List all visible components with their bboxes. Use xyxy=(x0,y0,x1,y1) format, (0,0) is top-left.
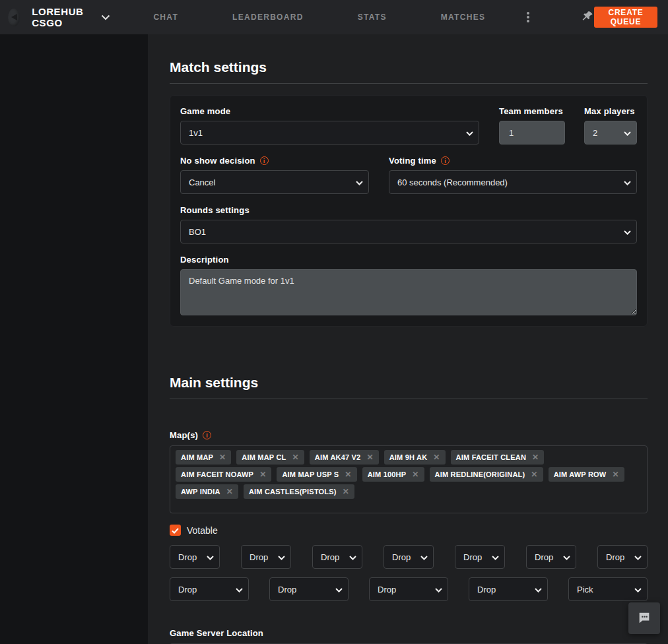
map-tag: AIM FACEIT NOAWP xyxy=(176,467,271,482)
max-players-select[interactable]: 2 xyxy=(584,121,637,145)
vote-action-select[interactable]: Drop xyxy=(170,577,249,601)
votable-row: Votable xyxy=(170,525,648,536)
map-tag: AIM MAP USP S xyxy=(277,467,356,482)
info-icon[interactable] xyxy=(441,156,450,165)
nav-item-matches[interactable]: MATCHES xyxy=(441,6,486,28)
main-settings-title: Main settings xyxy=(170,375,648,391)
nav-item-stats[interactable]: STATS xyxy=(358,6,387,28)
no-show-decision-label-text: No show decision xyxy=(180,156,255,166)
no-show-decision-label: No show decision xyxy=(180,156,369,166)
main-nav: CHAT LEADERBOARD STATS MATCHES xyxy=(126,6,512,28)
rounds-settings-select[interactable]: BO1 xyxy=(180,220,637,243)
game-server-location-label: Game Server Location xyxy=(170,628,648,638)
vote-action-select[interactable]: Drop xyxy=(455,545,505,569)
map-tag: AIM MAP xyxy=(176,450,231,465)
info-icon[interactable] xyxy=(203,431,211,439)
vote-actions-row-1: Drop Drop Drop Drop Drop Drop Drop xyxy=(170,545,648,569)
votable-label: Votable xyxy=(187,525,218,536)
vote-action-select[interactable]: Drop xyxy=(269,577,349,601)
votable-checkbox[interactable] xyxy=(170,525,181,536)
remove-tag-icon[interactable] xyxy=(412,470,418,478)
map-tag-label: AIM 9H AK xyxy=(389,453,428,461)
vote-action-select[interactable]: Drop xyxy=(469,577,548,601)
map-tag-label: AIM FACEIT NOAWP xyxy=(181,470,253,478)
main-content: Match settings Game mode 1v1 xyxy=(148,34,668,644)
divider xyxy=(170,399,648,399)
brand-menu[interactable]: LOREHUB CSGO xyxy=(8,6,110,28)
game-mode-label: Game mode xyxy=(180,106,479,116)
vote-action-select[interactable]: Drop xyxy=(369,577,448,601)
map-tag: AIM 9H AK xyxy=(384,450,446,465)
nav-item-chat[interactable]: CHAT xyxy=(153,6,178,28)
remove-tag-icon[interactable] xyxy=(259,470,266,478)
maps-multiselect[interactable]: AIM MAP AIM MAP CL AIM AK47 V2 AIM 9H AK… xyxy=(170,445,648,513)
pushpin-icon xyxy=(582,10,594,24)
topbar: LOREHUB CSGO CHAT LEADERBOARD STATS MATC… xyxy=(0,0,668,34)
remove-tag-icon[interactable] xyxy=(345,470,351,478)
brand-logo-icon xyxy=(8,9,20,26)
remove-tag-icon[interactable] xyxy=(531,470,537,478)
voting-time-label-text: Voting time xyxy=(389,156,436,166)
pin-button[interactable] xyxy=(582,10,595,24)
game-mode-select[interactable]: 1v1 xyxy=(180,121,479,145)
remove-tag-icon[interactable] xyxy=(343,488,349,496)
map-tag-label: AIM CASTLES(PISTOLS) xyxy=(249,488,337,496)
map-tag: AIM AWP ROW xyxy=(549,467,624,482)
vote-action-select[interactable]: Drop xyxy=(597,545,648,569)
kebab-menu-icon xyxy=(527,11,529,24)
vote-actions-row-2: Drop Drop Drop Drop Pick xyxy=(170,577,648,601)
description-label: Description xyxy=(180,255,637,265)
chat-fab-button[interactable] xyxy=(628,602,660,634)
rounds-settings-label: Rounds settings xyxy=(180,205,637,215)
remove-tag-icon[interactable] xyxy=(612,470,618,478)
remove-tag-icon[interactable] xyxy=(366,453,373,461)
nav-item-leaderboard[interactable]: LEADERBOARD xyxy=(232,6,304,28)
voting-time-label: Voting time xyxy=(389,156,637,166)
map-tag-label: AWP INDIA xyxy=(181,488,220,496)
map-tag: AIM REDLINE(ORIGINAL) xyxy=(430,467,543,482)
map-tag-label: AIM AWP ROW xyxy=(554,470,607,478)
map-tag: AIM MAP CL xyxy=(236,450,304,465)
team-members-label: Team members xyxy=(499,106,565,116)
info-icon[interactable] xyxy=(260,156,269,165)
remove-tag-icon[interactable] xyxy=(219,453,226,461)
vote-action-select[interactable]: Drop xyxy=(526,545,576,569)
map-tag-label: AIM AK47 V2 xyxy=(315,453,361,461)
divider xyxy=(170,83,648,84)
map-tag: AIM AK47 V2 xyxy=(310,450,379,465)
map-tag-label: AIM MAP xyxy=(181,453,213,461)
vote-action-select[interactable]: Pick xyxy=(568,577,648,601)
remove-tag-icon[interactable] xyxy=(292,453,299,461)
chat-bubble-icon xyxy=(637,610,651,627)
map-tag: AIM CASTLES(PISTOLS) xyxy=(244,484,354,499)
remove-tag-icon[interactable] xyxy=(433,453,440,461)
sidebar xyxy=(0,34,148,644)
map-tag-label: AIM FACEIT CLEAN xyxy=(456,453,526,461)
vote-action-select[interactable]: Drop xyxy=(384,545,434,569)
maps-label: Map(s) xyxy=(170,430,648,440)
chevron-down-icon xyxy=(101,11,110,23)
no-show-decision-select[interactable]: Cancel xyxy=(180,170,369,194)
map-tag-label: AIM 100HP xyxy=(368,470,407,478)
match-settings-panel: Game mode 1v1 Team members Max xyxy=(170,95,648,327)
map-tag: AIM 100HP xyxy=(362,467,424,482)
map-tag-label: AIM REDLINE(ORIGINAL) xyxy=(435,470,525,478)
brand-name: LOREHUB CSGO xyxy=(32,6,89,28)
checkmark-icon xyxy=(172,525,179,536)
vote-action-select[interactable]: Drop xyxy=(312,545,362,569)
create-queue-button[interactable]: CREATE QUEUE xyxy=(594,7,657,28)
vote-action-select[interactable]: Drop xyxy=(170,545,220,569)
vote-action-select[interactable]: Drop xyxy=(241,545,291,569)
more-menu-button[interactable] xyxy=(522,11,533,24)
remove-tag-icon[interactable] xyxy=(226,488,233,496)
voting-time-select[interactable]: 60 seconds (Recommended) xyxy=(389,170,637,194)
map-tag-label: AIM MAP CL xyxy=(242,453,286,461)
description-textarea[interactable]: Default Game mode for 1v1 xyxy=(180,269,637,315)
map-tag: AIM FACEIT CLEAN xyxy=(451,450,545,465)
max-players-label: Max players xyxy=(584,106,637,116)
map-tag-label: AIM MAP USP S xyxy=(282,470,339,478)
team-members-input[interactable] xyxy=(499,121,565,145)
map-tag: AWP INDIA xyxy=(176,484,238,499)
remove-tag-icon[interactable] xyxy=(532,453,539,461)
match-settings-title: Match settings xyxy=(170,59,648,75)
